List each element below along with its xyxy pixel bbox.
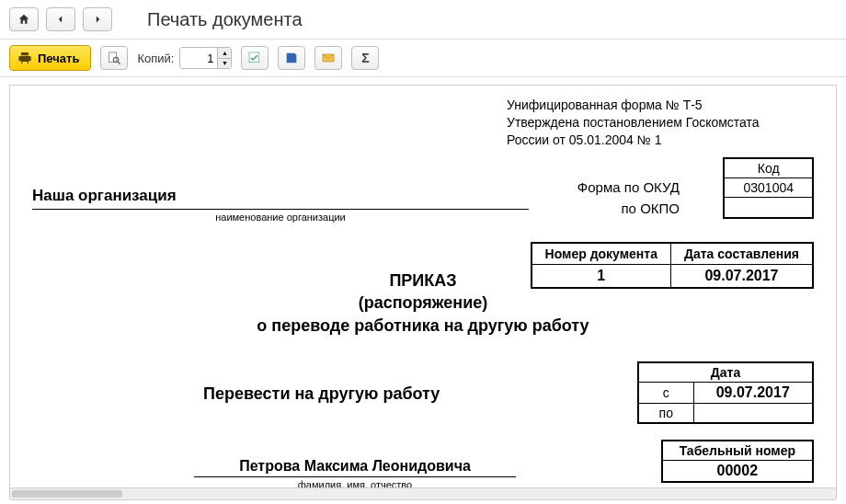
document-preview: Унифицированная форма № Т-5 Утверждена п… <box>9 85 837 497</box>
okud-label: Форма по ОКУД <box>577 178 680 199</box>
employee-fio: Петрова Максима Леонидовича <box>194 458 516 475</box>
okpo-label: по ОКПО <box>577 199 680 220</box>
save-button[interactable] <box>278 46 305 70</box>
arrow-left-icon <box>54 13 67 26</box>
floppy-icon <box>284 51 299 65</box>
home-icon <box>17 13 30 26</box>
home-button[interactable] <box>9 7 39 31</box>
order-title-line: (распоряжение) <box>10 292 836 314</box>
org-underline <box>32 209 529 210</box>
table-check-icon <box>247 51 262 65</box>
organization-name: Наша организация <box>32 187 529 205</box>
scrollbar-thumb[interactable] <box>12 490 122 498</box>
code-box: Код 0301004 <box>723 157 814 219</box>
arrow-right-icon <box>91 13 104 26</box>
transfer-label: Перевести на другую работу <box>203 384 440 404</box>
page-title: Печать документа <box>147 9 303 30</box>
order-title-line: о переводе работника на другую работу <box>10 315 836 337</box>
sigma-icon: Σ <box>361 51 369 65</box>
approval-line: России от 05.01.2004 № 1 <box>507 132 760 149</box>
tabno-value: 00002 <box>662 461 813 483</box>
date-from-label: с <box>638 383 693 404</box>
tabno-table: Табельный номер 00002 <box>661 440 814 483</box>
copies-input[interactable] <box>180 48 217 68</box>
svg-rect-3 <box>249 52 259 63</box>
date-header: Дата <box>638 362 813 383</box>
approval-line: Утверждена постановлением Госкомстата <box>507 114 760 132</box>
back-button[interactable] <box>46 7 75 31</box>
print-button-label: Печать <box>38 52 79 65</box>
print-button[interactable]: Печать <box>9 45 91 71</box>
doc-number-header: Номер документа <box>532 243 671 265</box>
copies-step-up[interactable]: ▲ <box>218 48 231 58</box>
code-header: Код <box>725 159 812 178</box>
sum-button[interactable]: Σ <box>351 46 379 70</box>
printer-icon <box>17 51 32 65</box>
preview-button[interactable] <box>100 46 128 70</box>
email-button[interactable] <box>314 46 342 70</box>
settings-button[interactable] <box>241 46 269 70</box>
org-caption: наименование организации <box>32 212 529 223</box>
order-title-line: ПРИКАЗ <box>10 269 836 292</box>
fio-underline <box>194 476 516 477</box>
date-to-label: по <box>638 404 693 424</box>
copies-spinner[interactable]: ▲ ▼ <box>179 47 232 69</box>
okpo-value <box>725 197 812 217</box>
envelope-icon <box>321 51 336 65</box>
date-to-value <box>693 404 813 424</box>
doc-date-header: Дата составления <box>670 243 813 265</box>
forward-button[interactable] <box>83 7 112 31</box>
date-range-table: Дата с 09.07.2017 по <box>637 361 814 424</box>
tabno-header: Табельный номер <box>662 441 813 461</box>
magnifier-page-icon <box>107 51 121 65</box>
horizontal-scrollbar[interactable] <box>9 487 837 500</box>
svg-line-2 <box>118 62 120 64</box>
copies-step-down[interactable]: ▼ <box>218 58 231 68</box>
copies-label: Копий: <box>137 52 174 65</box>
approval-line: Унифицированная форма № Т-5 <box>507 97 760 114</box>
date-from-value: 09.07.2017 <box>693 383 813 404</box>
okud-value: 0301004 <box>725 178 812 197</box>
